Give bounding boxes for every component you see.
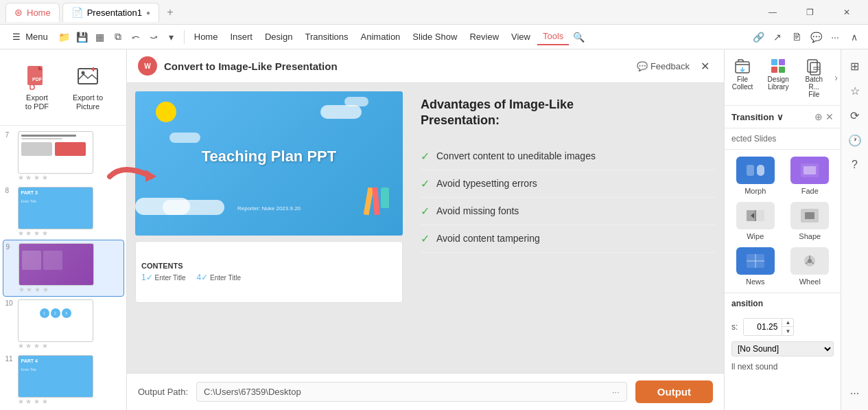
save-icon[interactable]: 💾 [74,29,91,45]
duration-down-btn[interactable]: ▼ [782,327,793,335]
svg-rect-17 [804,166,816,174]
export-pdf-btn[interactable]: PDF Exportto PDF [15,58,59,117]
home-tab[interactable]: ⊛ Home [5,3,60,22]
undo-more-btn[interactable]: ▾ [163,29,180,45]
preview-title: Teaching Plan PPT [202,148,336,166]
slide-item-11[interactable]: 11 PART 4 Enter Title ★ ★ ★ ★ [3,352,124,405]
more-tools-btn[interactable]: ··· [844,383,866,405]
output-path-field[interactable]: C:\Users\67359\Desktop ··· [196,382,627,402]
collapse-icon[interactable]: ∧ [846,29,863,45]
duration-stepper[interactable]: 01.25 ▲ ▼ [743,318,794,336]
slide-num-8: 8 [5,187,15,194]
slide-num-9: 9 [6,243,16,251]
design-menu-btn[interactable]: Design [259,29,298,45]
fade-transition[interactable]: Fade [786,157,834,195]
print-icon[interactable]: 🖹 [788,29,805,45]
top-toolbar-btns: File Collect DesignLibrary [725,49,841,106]
comment-icon[interactable]: 💬 [808,29,824,45]
svg-rect-9 [779,59,785,65]
pin-icon[interactable]: ⊕ [814,111,823,122]
undo-btn[interactable]: ⤺ [128,29,144,45]
loop-btn[interactable]: ⟳ [844,104,866,126]
minimize-btn[interactable]: — [757,0,788,25]
transition-header: Transition ∨ ⊕ ✕ [725,106,841,128]
duration-row: s: 01.25 ▲ ▼ [731,318,834,336]
history-btn[interactable]: 🕐 [844,129,866,151]
feedback-icon: 💬 [637,61,648,71]
duration-up-btn[interactable]: ▲ [782,319,793,327]
panel-close-btn[interactable]: ✕ [696,58,713,74]
wipe-transition[interactable]: Wipe [731,202,779,240]
file-collect-btn[interactable]: File Collect [725,52,760,102]
duration-input[interactable]: 01.25 [744,319,782,335]
title-bar-right: — ❐ ✕ [757,0,863,25]
panel-brand-icon: W [138,56,157,76]
help-btn[interactable]: ? [844,154,866,176]
export-picture-icon [74,63,102,91]
design-library-label: DesignLibrary [768,76,789,91]
grid-icon[interactable]: ▦ [92,29,108,45]
star-btn[interactable]: ☆ [844,80,866,102]
shape-transition[interactable]: Shape [786,202,834,240]
menu-btn[interactable]: ☰ Menu [5,29,55,45]
adv-text-1: Convert content to uneditable images [436,150,596,161]
slide-thumb-7 [18,131,93,174]
slide-item-10[interactable]: 10 1 2 3 ★ ★ ★ ★ [3,297,124,352]
transitions-menu-btn[interactable]: Transitions [299,29,353,45]
share-icon[interactable]: 🔗 [750,29,766,45]
output-btn[interactable]: Output [635,380,713,403]
chevron-right-icon: › [834,72,838,83]
review-menu-btn[interactable]: Review [464,29,504,45]
slideshow-menu-btn[interactable]: Slide Show [407,29,462,45]
slide-star-9: ★ ★ ★ ★ [19,286,94,293]
active-tab[interactable]: 📄 Presentation1 ● [62,3,159,22]
grid-view-btn[interactable]: ⊞ [844,55,866,77]
new-tab-btn[interactable]: + [162,4,178,21]
design-library-icon [769,56,788,76]
news-label: News [746,277,765,286]
morph-icon [736,157,775,184]
output-more-btn[interactable]: ··· [612,387,620,397]
decoration-items [366,187,389,215]
design-library-btn[interactable]: DesignLibrary [760,52,796,102]
transition-close-btn[interactable]: ✕ [825,111,834,122]
slide-num-7: 7 [5,131,15,139]
tab-close-btn[interactable]: ● [146,9,150,16]
sound-select[interactable]: [No Sound] [731,341,834,356]
animation-menu-btn[interactable]: Animation [355,29,406,45]
expand-right-btn[interactable]: › [832,52,841,102]
tools-menu-btn[interactable]: Tools [537,28,569,45]
slide-thumb-9 [19,243,94,286]
news-transition[interactable]: News [731,247,779,286]
feedback-btn[interactable]: 💬 Feedback [637,61,690,71]
wheel-transition[interactable]: Wheel [786,247,834,286]
redo-btn[interactable]: ⤻ [145,29,162,45]
export-picture-btn[interactable]: Export toPicture [64,58,111,117]
wipe-icon [736,202,775,229]
copy-icon[interactable]: ⧉ [110,29,126,45]
output-bar: Output Path: C:\Users\67359\Desktop ··· … [127,373,724,410]
view-menu-btn[interactable]: View [506,29,536,45]
duration-arrows: ▲ ▼ [782,319,793,335]
next-sound-row: ll next sound [731,362,834,372]
slide-item-9[interactable]: 9 ★ ★ ★ ★ [3,240,124,297]
search-icon[interactable]: 🔍 [570,29,587,45]
slide-num-10: 10 [5,299,15,307]
maximize-btn[interactable]: ❐ [794,0,825,25]
svg-rect-22 [805,212,814,219]
batch-refile-btn[interactable]: Batch R...File [796,52,832,102]
adv-text-3: Avoid missing fonts [436,205,519,216]
svg-rect-12 [808,60,817,72]
export-icon[interactable]: ↗ [769,29,786,45]
insert-menu-btn[interactable]: Insert [224,29,258,45]
close-btn[interactable]: ✕ [831,0,863,25]
morph-transition[interactable]: Morph [731,157,779,195]
svg-point-3 [82,71,85,75]
home-menu-btn[interactable]: Home [189,29,224,45]
more-icon[interactable]: ··· [827,29,843,45]
undo-group: ⤺ ⤻ ▾ [128,29,180,45]
slide-star-7: ★ ★ ★ ★ [18,174,93,181]
cloud-1 [320,105,362,119]
folder-icon[interactable]: 📁 [56,29,73,45]
file-collect-label: File Collect [730,76,755,91]
